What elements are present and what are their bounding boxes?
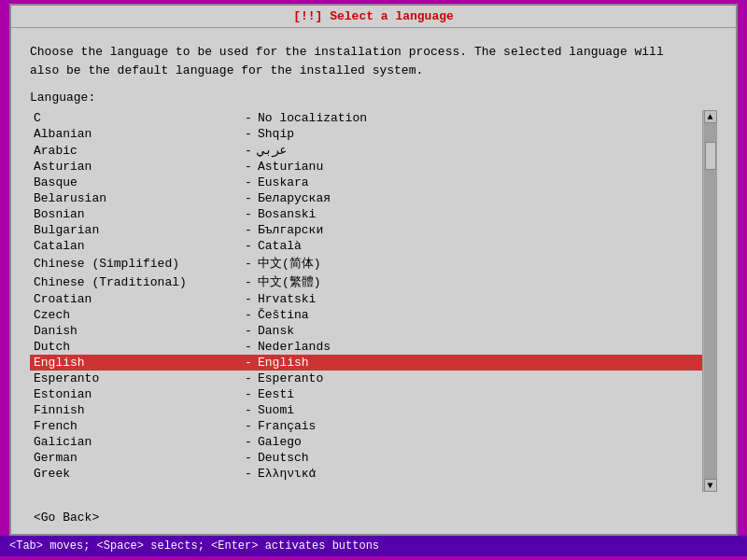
lang-dash: -	[239, 191, 258, 205]
lang-name: Bosnian	[34, 207, 239, 221]
lang-native: عربي	[258, 143, 287, 158]
language-item[interactable]: Bulgarian-Български	[30, 222, 702, 238]
title-text: [!!] Select a language	[293, 9, 454, 23]
lang-name: Arabic	[34, 144, 239, 158]
lang-name: Asturian	[34, 160, 239, 174]
lang-dash: -	[239, 467, 258, 481]
lang-dash: -	[239, 356, 258, 370]
lang-native: Čeština	[258, 308, 309, 322]
lang-native: Català	[258, 239, 302, 253]
lang-name: Greek	[34, 467, 239, 481]
title-bar: [!!] Select a language	[11, 6, 736, 28]
lang-dash: -	[239, 308, 258, 322]
main-window: [!!] Select a language Choose the langua…	[9, 4, 738, 536]
lang-native: Nederlands	[258, 340, 331, 354]
scroll-up-arrow[interactable]: ▲	[704, 110, 717, 123]
lang-native: Français	[258, 419, 316, 433]
lang-dash: -	[239, 435, 258, 449]
lang-dash: -	[239, 403, 258, 417]
lang-dash: -	[239, 419, 258, 433]
lang-native: Galego	[258, 435, 302, 449]
buttons-area: <Go Back>	[11, 501, 736, 534]
language-item[interactable]: Galician-Galego	[30, 434, 702, 450]
lang-name: Chinese (Simplified)	[34, 257, 239, 271]
lang-dash: -	[239, 371, 258, 385]
lang-name: Galician	[34, 435, 239, 449]
lang-dash: -	[239, 223, 258, 237]
language-item[interactable]: C-No localization	[30, 110, 702, 126]
lang-name: Danish	[34, 324, 239, 338]
lang-native: No localization	[258, 111, 367, 125]
lang-dash: -	[239, 144, 258, 158]
language-item[interactable]: Croatian-Hrvatski	[30, 291, 702, 307]
language-item[interactable]: Esperanto-Esperanto	[30, 371, 702, 386]
language-list[interactable]: C-No localizationAlbanian-ShqipArabic-عر…	[30, 110, 702, 492]
language-item[interactable]: Asturian-Asturianu	[30, 159, 702, 175]
lang-dash: -	[239, 111, 258, 125]
language-item[interactable]: Greek-Ελληνικά	[30, 466, 702, 482]
lang-native: Asturianu	[258, 160, 323, 174]
lang-native: English	[258, 356, 309, 370]
language-item[interactable]: Dutch-Nederlands	[30, 339, 702, 355]
language-item[interactable]: Estonian-Eesti	[30, 386, 702, 402]
lang-name: Estonian	[34, 387, 239, 401]
lang-name: Bulgarian	[34, 223, 239, 237]
lang-name: Finnish	[34, 403, 239, 417]
lang-dash: -	[239, 387, 258, 401]
language-item[interactable]: Catalan-Català	[30, 238, 702, 254]
language-item[interactable]: Chinese (Simplified)-中文(简体)	[30, 254, 702, 273]
lang-name: Esperanto	[34, 371, 239, 385]
language-item[interactable]: Bosnian-Bosanski	[30, 206, 702, 222]
content-area: Choose the language to be used for the i…	[11, 28, 736, 501]
language-item[interactable]: Chinese (Traditional)-中文(繁體)	[30, 273, 702, 291]
lang-dash: -	[239, 207, 258, 221]
lang-name: Belarusian	[34, 191, 239, 205]
scrollbar[interactable]: ▲ ▼	[702, 110, 717, 492]
go-back-button[interactable]: <Go Back>	[30, 509, 103, 526]
description-line2: also be the default language for the ins…	[30, 62, 717, 80]
lang-name: Basque	[34, 175, 239, 189]
lang-name: English	[34, 356, 239, 370]
lang-dash: -	[239, 127, 258, 141]
lang-native: Esperanto	[258, 371, 323, 385]
description-line1: Choose the language to be used for the i…	[30, 43, 717, 62]
lang-native: 中文(简体)	[258, 255, 321, 272]
lang-native: Беларуская	[258, 191, 331, 205]
language-item[interactable]: Belarusian-Беларуская	[30, 190, 702, 206]
language-item[interactable]: Danish-Dansk	[30, 323, 702, 339]
lang-dash: -	[239, 257, 258, 271]
language-item[interactable]: French-Français	[30, 418, 702, 434]
language-item[interactable]: English-English	[30, 355, 702, 371]
language-label: Language:	[30, 91, 717, 105]
lang-native: 中文(繁體)	[258, 273, 321, 290]
lang-dash: -	[239, 239, 258, 253]
lang-dash: -	[239, 324, 258, 338]
lang-native: Shqip	[258, 127, 294, 141]
lang-native: Български	[258, 223, 323, 237]
language-item[interactable]: Basque-Euskara	[30, 175, 702, 190]
lang-native: Hrvatski	[258, 292, 316, 306]
language-item[interactable]: Finnish-Suomi	[30, 402, 702, 418]
lang-native: Euskara	[258, 175, 309, 189]
lang-name: Albanian	[34, 127, 239, 141]
lang-dash: -	[239, 275, 258, 289]
lang-name: Dutch	[34, 340, 239, 354]
status-bar: <Tab> moves; <Space> selects; <Enter> ac…	[0, 536, 747, 556]
scroll-down-arrow[interactable]: ▼	[704, 479, 717, 492]
lang-name: C	[34, 111, 239, 125]
language-item[interactable]: Albanian-Shqip	[30, 126, 702, 142]
scroll-thumb[interactable]	[705, 142, 716, 170]
lang-native: Suomi	[258, 403, 294, 417]
lang-name: German	[34, 451, 239, 465]
lang-native: Deutsch	[258, 451, 309, 465]
lang-native: Bosanski	[258, 207, 316, 221]
language-item[interactable]: Czech-Čeština	[30, 307, 702, 323]
language-item[interactable]: Arabic-عربي	[30, 142, 702, 159]
lang-name: Chinese (Traditional)	[34, 275, 239, 289]
lang-native: Eesti	[258, 387, 294, 401]
language-list-container: C-No localizationAlbanian-ShqipArabic-عر…	[30, 110, 717, 492]
lang-dash: -	[239, 292, 258, 306]
language-item[interactable]: German-Deutsch	[30, 450, 702, 466]
lang-dash: -	[239, 340, 258, 354]
description: Choose the language to be used for the i…	[30, 43, 717, 79]
